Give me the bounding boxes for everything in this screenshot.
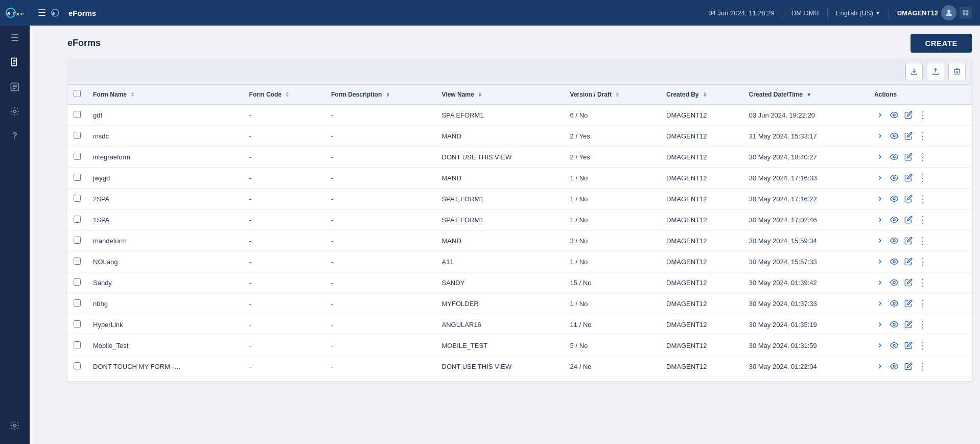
edit-icon-7[interactable] bbox=[903, 256, 914, 267]
topbar-user[interactable]: DMAGENT12 bbox=[897, 5, 972, 20]
row-checkbox-3[interactable] bbox=[74, 174, 81, 181]
more-icon-2[interactable]: ⋮ bbox=[917, 151, 928, 162]
sidebar-item-menu[interactable]: ☰ bbox=[0, 26, 30, 50]
app-logo[interactable]: e Forms bbox=[0, 0, 30, 26]
row-checkbox-cell[interactable] bbox=[67, 293, 87, 314]
forward-icon-12[interactable] bbox=[874, 361, 885, 372]
select-all-checkbox[interactable] bbox=[74, 90, 81, 97]
sidebar-gear-bottom[interactable] bbox=[0, 413, 30, 438]
forward-icon-10[interactable] bbox=[874, 319, 885, 330]
create-button[interactable]: CREATE bbox=[911, 34, 972, 53]
view-icon-0[interactable] bbox=[889, 109, 900, 121]
row-checkbox-2[interactable] bbox=[74, 153, 81, 160]
row-checkbox-cell[interactable] bbox=[67, 209, 87, 230]
row-checkbox-4[interactable] bbox=[74, 195, 81, 202]
row-checkbox-cell[interactable] bbox=[67, 377, 87, 382]
sidebar-item-help[interactable]: ? bbox=[0, 124, 30, 148]
view-icon-6[interactable] bbox=[889, 235, 900, 246]
row-checkbox-cell[interactable] bbox=[67, 126, 87, 147]
row-checkbox-5[interactable] bbox=[74, 216, 81, 223]
row-checkbox-cell[interactable] bbox=[67, 168, 87, 189]
edit-icon-12[interactable] bbox=[903, 361, 914, 372]
col-form-code[interactable]: Form Code ⇕ bbox=[243, 85, 325, 104]
row-checkbox-8[interactable] bbox=[74, 278, 81, 286]
row-checkbox-1[interactable] bbox=[74, 132, 81, 139]
edit-icon-1[interactable] bbox=[903, 130, 914, 142]
view-icon-5[interactable] bbox=[889, 214, 900, 225]
forward-icon-9[interactable] bbox=[874, 298, 885, 309]
col-form-name[interactable]: Form Name ⇕ bbox=[87, 85, 243, 104]
table-scroll-area[interactable]: Form Name ⇕ Form Code ⇕ Form Description… bbox=[67, 85, 972, 381]
view-icon-4[interactable] bbox=[889, 193, 900, 204]
row-checkbox-0[interactable] bbox=[74, 111, 81, 118]
edit-icon-3[interactable] bbox=[903, 172, 914, 183]
more-icon-1[interactable]: ⋮ bbox=[917, 130, 928, 142]
col-form-description[interactable]: Form Description ⇕ bbox=[325, 85, 436, 104]
more-icon-11[interactable]: ⋮ bbox=[917, 340, 928, 351]
row-checkbox-cell[interactable] bbox=[67, 251, 87, 272]
edit-icon-8[interactable] bbox=[903, 277, 914, 288]
forward-icon-7[interactable] bbox=[874, 256, 885, 267]
forward-icon-11[interactable] bbox=[874, 340, 885, 351]
more-icon-9[interactable]: ⋮ bbox=[917, 298, 928, 309]
row-checkbox-10[interactable] bbox=[74, 320, 81, 328]
edit-icon-2[interactable] bbox=[903, 151, 914, 162]
row-checkbox-9[interactable] bbox=[74, 299, 81, 307]
edit-icon-6[interactable] bbox=[903, 235, 914, 246]
more-icon-4[interactable]: ⋮ bbox=[917, 193, 928, 204]
row-checkbox-cell[interactable] bbox=[67, 147, 87, 168]
row-checkbox-7[interactable] bbox=[74, 258, 81, 265]
topbar-language[interactable]: English (US) ▼ bbox=[836, 9, 880, 17]
view-icon-3[interactable] bbox=[889, 172, 900, 183]
edit-icon-9[interactable] bbox=[903, 298, 914, 309]
forward-icon-8[interactable] bbox=[874, 277, 885, 288]
forward-icon-1[interactable] bbox=[874, 130, 885, 142]
more-icon-7[interactable]: ⋮ bbox=[917, 256, 928, 267]
edit-icon-5[interactable] bbox=[903, 214, 914, 225]
forward-icon-5[interactable] bbox=[874, 214, 885, 225]
col-version-draft[interactable]: Version / Draft ⇕ bbox=[564, 85, 661, 104]
forward-icon-0[interactable] bbox=[874, 109, 885, 121]
forward-icon-3[interactable] bbox=[874, 172, 885, 183]
more-icon-12[interactable]: ⋮ bbox=[917, 361, 928, 372]
edit-icon-0[interactable] bbox=[903, 109, 914, 121]
edit-icon-10[interactable] bbox=[903, 319, 914, 330]
topbar-hamburger[interactable]: ☰ bbox=[38, 7, 46, 18]
col-view-name[interactable]: View Name ⇕ bbox=[436, 85, 564, 104]
row-checkbox-cell[interactable] bbox=[67, 230, 87, 251]
row-checkbox-cell[interactable] bbox=[67, 356, 87, 377]
row-checkbox-cell[interactable] bbox=[67, 189, 87, 209]
edit-icon-11[interactable] bbox=[903, 340, 914, 351]
row-checkbox-12[interactable] bbox=[74, 362, 81, 369]
more-icon-3[interactable]: ⋮ bbox=[917, 172, 928, 183]
view-icon-1[interactable] bbox=[889, 130, 900, 142]
more-icon-10[interactable]: ⋮ bbox=[917, 319, 928, 330]
col-created-by[interactable]: Created By ⇕ bbox=[660, 85, 743, 104]
download-button[interactable] bbox=[905, 63, 923, 80]
view-icon-11[interactable] bbox=[889, 340, 900, 351]
row-checkbox-cell[interactable] bbox=[67, 104, 87, 126]
more-icon-6[interactable]: ⋮ bbox=[917, 235, 928, 246]
select-all-header[interactable] bbox=[67, 85, 87, 104]
view-icon-10[interactable] bbox=[889, 319, 900, 330]
view-icon-8[interactable] bbox=[889, 277, 900, 288]
forward-icon-2[interactable] bbox=[874, 151, 885, 162]
upload-button[interactable] bbox=[927, 63, 944, 80]
forward-icon-4[interactable] bbox=[874, 193, 885, 204]
forward-icon-6[interactable] bbox=[874, 235, 885, 246]
edit-icon-4[interactable] bbox=[903, 193, 914, 204]
row-checkbox-cell[interactable] bbox=[67, 272, 87, 293]
sidebar-item-settings[interactable] bbox=[0, 99, 30, 124]
row-checkbox-cell[interactable] bbox=[67, 314, 87, 335]
more-icon-5[interactable]: ⋮ bbox=[917, 214, 928, 225]
sidebar-item-forms[interactable] bbox=[0, 75, 30, 99]
row-checkbox-cell[interactable] bbox=[67, 335, 87, 356]
view-icon-9[interactable] bbox=[889, 298, 900, 309]
row-checkbox-6[interactable] bbox=[74, 237, 81, 244]
view-icon-12[interactable] bbox=[889, 361, 900, 372]
row-checkbox-11[interactable] bbox=[74, 341, 81, 348]
delete-button[interactable] bbox=[948, 63, 966, 80]
view-icon-2[interactable] bbox=[889, 151, 900, 162]
view-icon-7[interactable] bbox=[889, 256, 900, 267]
sidebar-item-documents[interactable] bbox=[0, 50, 30, 75]
